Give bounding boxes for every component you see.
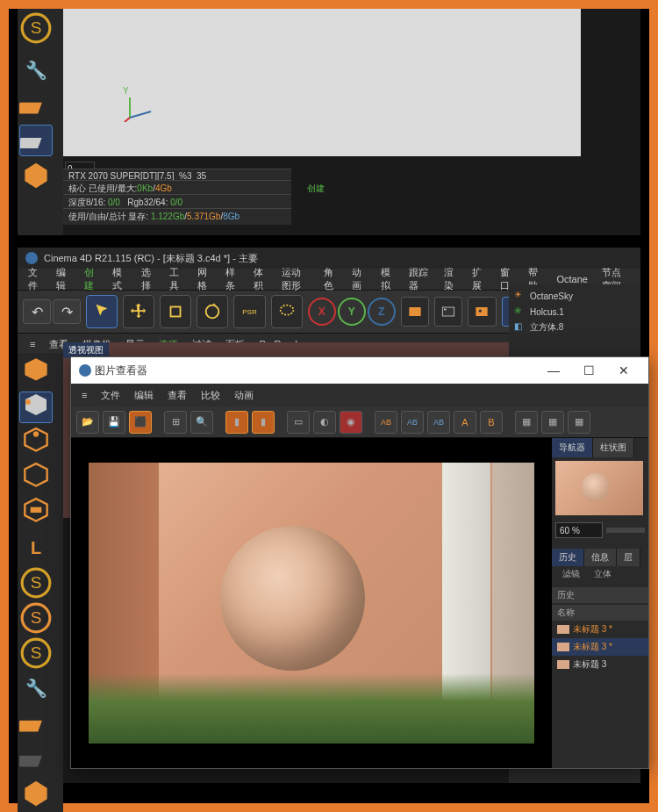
menu-sim[interactable]: 模拟 (374, 266, 402, 292)
object-item[interactable]: ❀ Holcus.1 (512, 304, 637, 320)
plane-icon-b1[interactable] (19, 708, 53, 739)
cube-icon-4[interactable] (19, 462, 53, 493)
iv-ab-2[interactable]: AB (401, 411, 424, 434)
close-button[interactable]: ✕ (606, 363, 641, 377)
history-item[interactable]: 未标题 3 (552, 656, 648, 673)
menu-render[interactable]: 渲染 (437, 266, 465, 292)
iv-menu-view[interactable]: 查看 (161, 389, 194, 402)
lasso-tool[interactable] (271, 295, 303, 328)
navigator-thumb[interactable] (555, 461, 643, 515)
menu-octane[interactable]: Octane (549, 274, 594, 284)
zoom-slider[interactable] (606, 528, 645, 533)
iv-menu-anim[interactable]: 动画 (227, 389, 261, 402)
iv-menu-file[interactable]: 文件 (94, 389, 127, 402)
iv-tool-d[interactable]: ▮ (252, 411, 275, 434)
psr-tool[interactable]: PSR (233, 295, 265, 328)
history-item-selected[interactable]: 未标题 3 * (552, 638, 648, 656)
iv-tool-c[interactable]: ▮ (225, 411, 248, 434)
cube-icon-2-active[interactable] (19, 392, 53, 423)
scale-tool[interactable] (160, 295, 191, 328)
menu-select[interactable]: 选择 (134, 266, 162, 292)
l-icon[interactable]: L (19, 532, 53, 564)
layer-tab[interactable]: 层 (617, 549, 640, 566)
maximize-button[interactable]: ☐ (571, 363, 606, 377)
cube-icon-5[interactable] (19, 497, 53, 528)
side-icon-wrench[interactable]: 🔧 (19, 54, 53, 86)
render-settings-icon[interactable] (401, 297, 429, 327)
open-icon[interactable]: 📂 (76, 411, 99, 434)
create-label[interactable]: 创建 (307, 183, 325, 195)
side-icon-plane1[interactable] (19, 90, 53, 121)
histogram-tab[interactable]: 柱状图 (593, 438, 634, 457)
rotate-tool[interactable] (197, 295, 228, 328)
menu-mesh[interactable]: 网格 (190, 266, 218, 292)
menu-tracker[interactable]: 跟踪器 (402, 266, 437, 292)
iv-tool-f[interactable]: ◐ (313, 411, 336, 434)
menu-tool[interactable]: 工具 (162, 266, 190, 292)
menu-anim[interactable]: 动画 (345, 266, 373, 292)
zoom-input[interactable] (555, 522, 603, 538)
info-tab[interactable]: 信息 (584, 549, 617, 566)
menu-volume[interactable]: 体积 (247, 266, 275, 292)
undo-button[interactable]: ↶ (23, 299, 51, 324)
nav-tab[interactable]: 导航器 (552, 438, 593, 457)
picture-viewer-icon[interactable] (468, 297, 496, 327)
cube-icon-3[interactable] (19, 427, 53, 458)
sub-hamburger[interactable]: ≡ (23, 339, 42, 349)
iv-orange-icon[interactable]: ⬛ (129, 411, 152, 434)
menu-extensions[interactable]: 扩展 (465, 266, 493, 292)
axis-y-toggle[interactable]: Y (338, 298, 366, 326)
minimize-button[interactable]: — (536, 363, 571, 377)
svg-point-16 (479, 310, 482, 313)
side-icon-s1[interactable]: S (19, 12, 53, 44)
iv-b-btn[interactable]: B (480, 411, 503, 434)
iv-ab-3[interactable]: AB (427, 411, 450, 434)
svg-rect-13 (442, 307, 454, 316)
menu-create[interactable]: 创建 (77, 266, 105, 292)
iv-tool-a[interactable]: ⊞ (164, 411, 187, 434)
axis-z-toggle[interactable]: Z (368, 298, 396, 326)
hex-icon-b[interactable] (19, 778, 53, 809)
menu-file[interactable]: 文件 (21, 266, 49, 292)
iv-misc-2[interactable]: ▦ (541, 411, 564, 434)
iv-misc-1[interactable]: ▦ (515, 411, 538, 434)
svg-rect-12 (409, 307, 420, 316)
iv-menu-compare[interactable]: 比较 (194, 389, 227, 402)
object-item[interactable]: ◧ 立方体.8 (512, 320, 637, 335)
axis-x-toggle[interactable]: X (308, 298, 336, 326)
iv-a-btn[interactable]: A (454, 411, 476, 434)
side-icon-hex[interactable] (19, 160, 53, 191)
iv-canvas[interactable] (71, 438, 552, 768)
stereo-subtab[interactable]: 立体 (587, 566, 619, 582)
side-icon-plane2-active[interactable] (19, 125, 53, 156)
iv-tool-g[interactable]: ◉ (340, 411, 362, 434)
redo-button[interactable]: ↷ (53, 299, 81, 324)
move-tool[interactable] (123, 295, 154, 328)
menu-edit[interactable]: 编辑 (49, 266, 77, 292)
top-viewport[interactable]: Y (63, 9, 581, 156)
history-item[interactable]: 未标题 3 * (552, 621, 648, 638)
cube-icon-1[interactable] (19, 356, 53, 388)
plane-icon-b2[interactable] (19, 743, 53, 774)
wrench-icon-2[interactable]: 🔧 (19, 672, 53, 704)
history-tab[interactable]: 历史 (552, 549, 584, 566)
select-tool[interactable] (86, 295, 118, 328)
filter-subtab[interactable]: 滤镜 (555, 566, 587, 582)
iv-hamburger[interactable]: ≡ (75, 390, 94, 400)
menu-mode[interactable]: 模式 (105, 266, 133, 292)
s-circle-3[interactable]: S (19, 637, 53, 669)
menu-character[interactable]: 角色 (317, 266, 345, 292)
iv-tool-e[interactable]: ▭ (287, 411, 310, 434)
menu-mograph[interactable]: 运动图形 (275, 266, 317, 292)
iv-ab-1[interactable]: AB (375, 411, 397, 434)
render-film-icon[interactable] (434, 297, 462, 327)
s-circle-2[interactable]: S (19, 602, 53, 634)
object-item[interactable]: ☀ OctaneSky (512, 288, 637, 304)
iv-titlebar[interactable]: 图片查看器 — ☐ ✕ (71, 357, 648, 384)
iv-tool-b[interactable]: 🔍 (190, 411, 213, 434)
s-circle-1[interactable]: S (19, 567, 53, 599)
save-icon[interactable]: 💾 (103, 411, 125, 434)
iv-misc-3[interactable]: ▦ (568, 411, 590, 434)
menu-spline[interactable]: 样条 (218, 266, 247, 292)
iv-menu-edit[interactable]: 编辑 (127, 389, 161, 402)
